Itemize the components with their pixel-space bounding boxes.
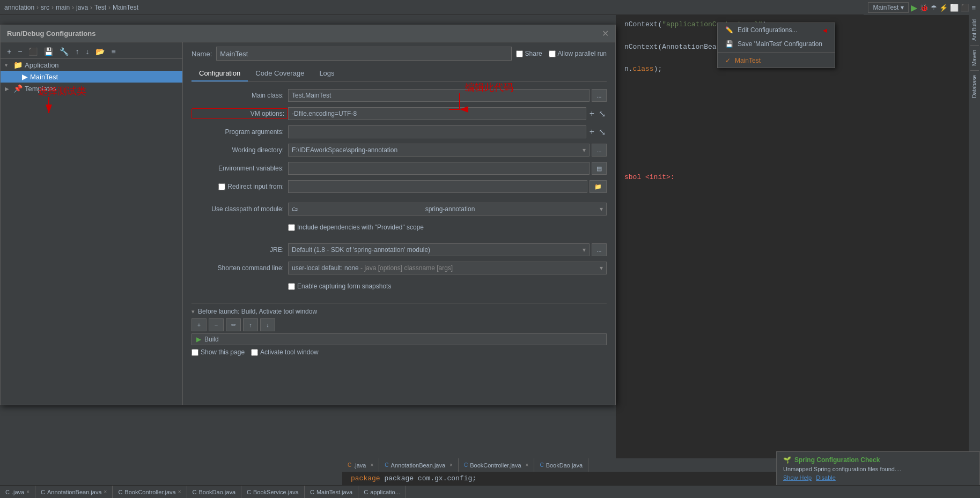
run-config-selector[interactable]: MainTest ▾ bbox=[868, 2, 909, 13]
run-config-name: MainTest bbox=[873, 4, 898, 11]
debug-button[interactable]: 🐞 bbox=[919, 3, 929, 12]
update-button[interactable]: ⬛ bbox=[961, 4, 969, 12]
breadcrumb-item-annotation[interactable]: annotation bbox=[4, 4, 34, 11]
stop-button[interactable]: ⬜ bbox=[950, 4, 959, 12]
breadcrumb-item-main[interactable]: main bbox=[56, 4, 70, 11]
breadcrumb-item-java[interactable]: java bbox=[76, 4, 88, 11]
breadcrumb-item-maintest[interactable]: MainTest bbox=[113, 4, 138, 11]
breadcrumb: annotation › src › main › java › Test › … bbox=[4, 4, 138, 11]
profile-button[interactable]: ⚡ bbox=[939, 4, 948, 12]
breadcrumb-item-src[interactable]: src bbox=[41, 4, 49, 11]
breadcrumb-item-test[interactable]: Test bbox=[94, 4, 106, 11]
coverage-button[interactable]: ☂ bbox=[931, 4, 937, 12]
run-config-dropdown-arrow: ▾ bbox=[901, 4, 904, 11]
more-button[interactable]: ≡ bbox=[971, 4, 976, 12]
run-config-area: MainTest ▾ ▶ 🐞 ☂ ⚡ ⬜ ⬛ ≡ bbox=[864, 0, 980, 15]
run-button[interactable]: ▶ bbox=[911, 3, 917, 13]
top-breadcrumb-bar: annotation › src › main › java › Test › … bbox=[0, 0, 980, 15]
